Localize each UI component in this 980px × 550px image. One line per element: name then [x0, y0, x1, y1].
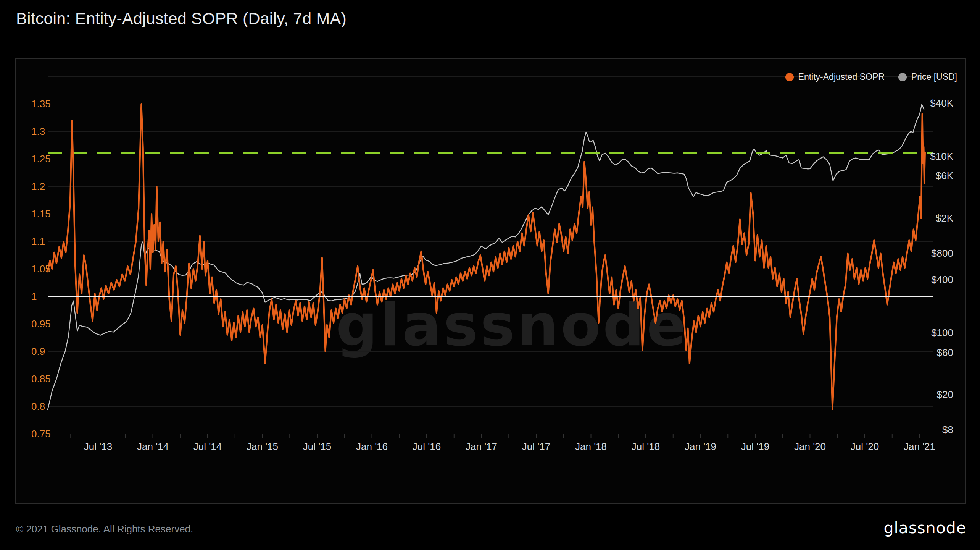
left-axis-tick-label: 1.3 [31, 126, 45, 137]
left-axis-tick-label: 1.35 [31, 98, 51, 110]
x-axis-tick-label: Jan '16 [356, 441, 388, 452]
left-axis-tick-label: 1.15 [31, 208, 51, 220]
x-axis-tick-label: Jul '19 [741, 441, 769, 452]
right-axis-tick-label: $60 [937, 347, 953, 358]
legend-label: Price [USD] [911, 72, 957, 82]
left-axis-tick-label: 0.95 [31, 318, 51, 330]
left-axis-tick-label: 0.85 [31, 373, 51, 385]
x-axis-tick-label: Jan '15 [247, 441, 278, 452]
x-axis-tick-label: Jan '17 [466, 441, 497, 452]
glassnode-chart-page: Bitcoin: Entity-Adjusted SOPR (Daily, 7d… [0, 0, 980, 550]
right-axis-tick-label: $800 [931, 247, 953, 259]
glassnode-logo: glassnode [883, 519, 966, 537]
left-axis-tick-label: 1.05 [31, 263, 51, 275]
x-axis-tick-label: Jan '18 [575, 441, 607, 452]
right-axis-tick-label: $40K [930, 97, 953, 109]
legend-label: Entity-Adjusted SOPR [798, 72, 885, 82]
right-axis-tick-label: $6K [936, 170, 954, 181]
chart-plot-area[interactable]: 1.351.31.251.21.151.11.0510.950.90.850.8… [0, 0, 980, 550]
x-axis-tick-label: Jul '14 [193, 441, 222, 452]
right-axis-tick-label: $100 [931, 327, 953, 338]
x-axis-tick-label: Jul '13 [84, 441, 112, 452]
x-axis-tick-label: Jan '14 [137, 441, 169, 452]
x-axis-tick-label: Jan '19 [685, 441, 716, 452]
right-axis-tick-label: $400 [931, 274, 953, 285]
chart-legend: Entity-Adjusted SOPR Price [USD] [785, 72, 957, 82]
x-axis-tick-label: Jul '20 [851, 441, 879, 452]
left-axis-tick-label: 0.8 [31, 401, 45, 412]
right-axis-tick-label: $8 [942, 424, 953, 435]
x-axis-tick-label: Jan '21 [904, 441, 935, 452]
sopr-legend-dot-icon [785, 73, 794, 81]
legend-item-price-usd[interactable]: Price [USD] [898, 72, 957, 82]
left-axis-tick-label: 1.25 [31, 153, 51, 165]
right-axis-tick-label: $20 [937, 389, 953, 400]
left-axis-tick-label: 1.1 [31, 236, 45, 247]
copyright-text: © 2021 Glassnode. All Rights Reserved. [16, 523, 193, 535]
x-axis-tick-label: Jul '18 [632, 441, 660, 452]
left-axis-tick-label: 1 [31, 291, 37, 302]
x-axis-tick-label: Jan '20 [794, 441, 826, 452]
x-axis-tick-label: Jul '16 [413, 441, 441, 452]
left-axis-tick-label: 0.9 [31, 346, 45, 357]
legend-item-entity-adjusted-sopr[interactable]: Entity-Adjusted SOPR [785, 72, 885, 82]
right-axis-tick-label: $2K [936, 212, 954, 224]
price-legend-dot-icon [898, 73, 907, 81]
x-axis-tick-label: Jul '17 [522, 441, 550, 452]
right-axis-tick-label: $10K [930, 150, 953, 162]
left-axis-tick-label: 1.2 [31, 181, 45, 192]
x-axis-tick-label: Jul '15 [303, 441, 331, 452]
left-axis-tick-label: 0.75 [31, 428, 51, 440]
